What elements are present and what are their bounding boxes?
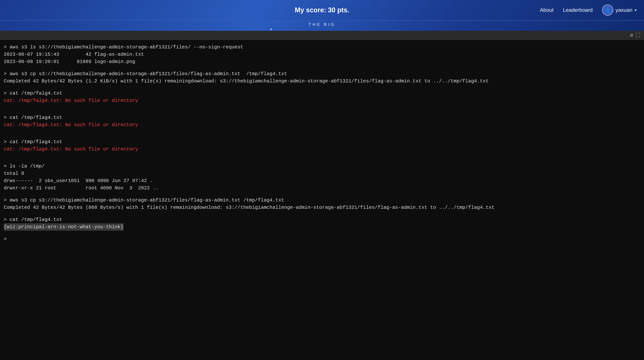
terminal-blank-line <box>4 104 640 109</box>
about-link[interactable]: About <box>540 7 554 13</box>
username: yaxuan <box>616 7 632 13</box>
terminal-line: 2023-06-08 19:20:01 81889 logo-admin.png <box>4 58 640 65</box>
terminal-line: Completed 42 Bytes/42 Bytes (868 Bytes/s… <box>4 204 640 211</box>
terminal-line: {wiz:principal-arn-is-not-what-you-think… <box>4 223 640 231</box>
terminal-blank-line <box>4 85 640 90</box>
terminal[interactable]: > aws s3 ls s3://thebigiamchallenge-admi… <box>0 40 644 360</box>
score-value: 30 pts. <box>328 6 349 14</box>
terminal-blank-line <box>4 211 640 216</box>
terminal-line: > ls -la /tmp/ <box>4 163 640 170</box>
logo-area: THE BIG ✦ <box>0 20 644 31</box>
terminal-line: > cat /tmp/flag4.txt <box>4 114 640 121</box>
terminal-line: > aws s3 cp s3://thebigiamchallenge-admi… <box>4 197 640 204</box>
flag-value: {wiz:principal-arn-is-not-what-you-think… <box>4 223 124 231</box>
terminal-line: > cat /tmp/flag4.txt <box>4 138 640 146</box>
terminal-line: drwxr-xr-x 21 root root 4096 Nov 3 2022 … <box>4 184 640 192</box>
avatar: 👤 <box>602 4 613 16</box>
terminal-line: cat: /tmp/flag4.txt: No such file or dir… <box>4 121 640 129</box>
fullscreen-icon[interactable]: ⛶ <box>636 32 640 38</box>
terminal-line: > aws s3 ls s3://thebigiamchallenge-admi… <box>4 43 640 51</box>
terminal-blank-line <box>4 158 640 163</box>
header: My score: 30 pts. About Leaderboard 👤 ya… <box>0 0 644 20</box>
terminal-line: total 8 <box>4 170 640 177</box>
terminal-line: Completed 42 Bytes/42 Bytes (1.2 KiB/s) … <box>4 78 640 85</box>
terminal-blank-line <box>4 231 640 235</box>
terminal-blank-line <box>4 129 640 134</box>
terminal-line: > aws s3 cp s3://thebigiamchallenge-admi… <box>4 70 640 78</box>
star-decoration: ✦ <box>270 26 273 32</box>
terminal-line: > cat /tmp/falg4.txt <box>4 90 640 97</box>
avatar-icon: 👤 <box>604 7 611 13</box>
terminal-line: cat: /tmp/flag4.txt: No such file or dir… <box>4 146 640 153</box>
score-display: My score: 30 pts. <box>295 6 349 14</box>
terminal-line: drwx------ 2 sbx_user1051 990 4096 Jun 2… <box>4 177 640 184</box>
the-big-label: THE BIG <box>308 22 336 27</box>
terminal-blank-line <box>4 134 640 138</box>
score-label: My score: <box>295 6 326 14</box>
header-nav: About Leaderboard 👤 yaxuan ▾ <box>540 4 636 16</box>
terminal-blank-line <box>4 109 640 114</box>
terminal-toolbar: ⊡ ⛶ <box>0 31 644 40</box>
terminal-blank-line <box>4 65 640 70</box>
leaderboard-link[interactable]: Leaderboard <box>563 7 593 13</box>
terminal-blank-line <box>4 153 640 158</box>
terminal-line: > <box>4 235 640 243</box>
terminal-blank-line <box>4 192 640 197</box>
terminal-line: 2023-06-07 19:15:43 42 flag-as-admin.txt <box>4 51 640 58</box>
terminal-line: cat: /tmp/falg4.txt: No such file or dir… <box>4 97 640 104</box>
user-menu[interactable]: 👤 yaxuan ▾ <box>602 4 636 16</box>
restore-icon[interactable]: ⊡ <box>630 32 633 38</box>
chevron-down-icon: ▾ <box>635 8 636 12</box>
terminal-line: > cat /tmp/flag4.txt <box>4 216 640 223</box>
